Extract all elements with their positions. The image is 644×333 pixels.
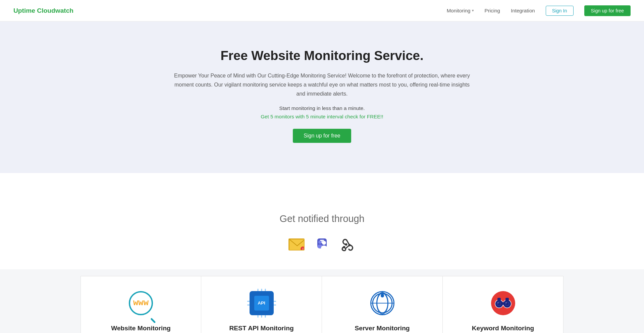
- svg-point-2: [318, 240, 322, 244]
- notify-icons: !: [7, 236, 637, 253]
- keyword-monitoring-icon: [453, 290, 552, 317]
- chip-pin-bot-1: [257, 315, 258, 318]
- nav-link-pricing[interactable]: Pricing: [485, 8, 500, 13]
- signup-nav-button[interactable]: Sign up for free: [584, 5, 631, 16]
- brand[interactable]: Uptime Cloudwatch: [13, 7, 73, 14]
- nav-link-integration[interactable]: Integration: [511, 8, 535, 13]
- api-monitoring-icon: API: [212, 290, 311, 317]
- svg-rect-24: [505, 298, 509, 301]
- hero-free-text: Get 5 monitors with 5 minute interval ch…: [7, 114, 637, 119]
- card-server-monitoring: Server Monitoring Discover peace of mind…: [322, 276, 443, 333]
- nav-link-monitoring[interactable]: Monitoring ▾: [447, 8, 474, 13]
- svg-rect-23: [497, 298, 501, 301]
- globe-svg: [371, 292, 393, 314]
- svg-point-8: [345, 243, 347, 245]
- signin-button[interactable]: Sign In: [546, 6, 574, 16]
- cards-section: www Website Monitoring Website monitorin…: [0, 269, 644, 333]
- webhook-icon: [339, 237, 356, 252]
- chip-pin-top-2: [261, 289, 262, 291]
- card-api-monitoring: API REST API Monitoring Our comprehensiv…: [201, 276, 322, 333]
- hero-title: Free Website Monitoring Service.: [7, 48, 637, 63]
- server-monitoring-icon: [333, 290, 432, 317]
- chip-pin-top-3: [265, 289, 266, 291]
- chip-icon: API: [250, 291, 274, 315]
- binoculars-icon: [491, 291, 515, 315]
- www-text-icon: www: [133, 298, 149, 308]
- globe-icon: [370, 291, 394, 315]
- chip-pin-left-1: [247, 301, 250, 302]
- svg-point-26: [505, 302, 506, 303]
- svg-point-9: [343, 246, 345, 248]
- chip-pin-right-2: [274, 304, 276, 306]
- nav-links: Monitoring ▾ Pricing Integration Sign In…: [447, 5, 631, 16]
- chip-pin-right-1: [274, 301, 276, 302]
- spacer: [0, 173, 644, 193]
- chip-pin-bot-3: [265, 315, 266, 318]
- svg-rect-7: [322, 240, 323, 243]
- card-title-website: Website Monitoring: [92, 325, 190, 332]
- teams-icon: [313, 236, 331, 253]
- email-icon: !: [288, 238, 305, 251]
- signup-hero-button[interactable]: Sign up for free: [293, 129, 351, 143]
- svg-point-4: [322, 241, 326, 245]
- chip-pin-left-2: [247, 304, 250, 306]
- navbar: Uptime Cloudwatch Monitoring ▾ Pricing I…: [0, 0, 644, 21]
- chip-pin-top-1: [257, 289, 258, 291]
- chevron-down-icon: ▾: [472, 8, 474, 13]
- card-title-api: REST API Monitoring: [212, 325, 311, 332]
- notify-section: Get notified through !: [0, 193, 644, 269]
- card-title-server: Server Monitoring: [333, 325, 432, 332]
- api-label-icon: API: [254, 296, 269, 311]
- card-website-monitoring: www Website Monitoring Website monitorin…: [80, 276, 201, 333]
- hero-cta-text: Start monitoring in less than a minute.: [7, 105, 637, 111]
- svg-point-10: [348, 244, 351, 246]
- card-keyword-monitoring: Keyword Monitoring Keyword monitoring in…: [443, 276, 564, 333]
- chip-pin-bot-2: [261, 315, 262, 318]
- website-monitoring-icon: www: [92, 290, 190, 317]
- email-badge: !: [301, 246, 305, 251]
- svg-point-5: [321, 245, 327, 250]
- magnify-handle-icon: [150, 318, 156, 323]
- notify-title: Get notified through: [7, 213, 637, 224]
- hero-section: Free Website Monitoring Service. Empower…: [0, 21, 644, 173]
- svg-point-25: [497, 302, 498, 303]
- card-title-keyword: Keyword Monitoring: [453, 325, 552, 332]
- hero-subtitle: Empower Your Peace of Mind with Our Cutt…: [171, 71, 473, 99]
- svg-rect-22: [501, 302, 505, 305]
